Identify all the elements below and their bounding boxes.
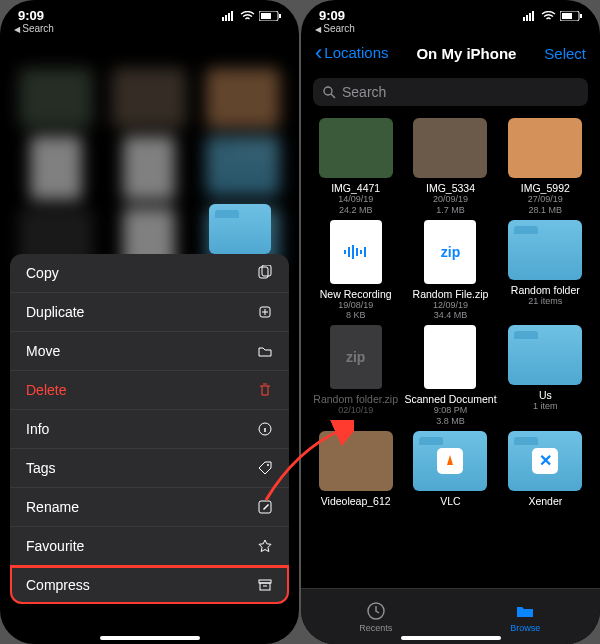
status-bar: 9:09 bbox=[301, 0, 600, 25]
clock-icon bbox=[366, 601, 386, 621]
file-thumb bbox=[508, 118, 582, 178]
svg-rect-6 bbox=[279, 14, 281, 18]
file-name: Xender bbox=[503, 495, 588, 507]
file-thumb bbox=[508, 325, 582, 385]
svg-point-22 bbox=[324, 87, 332, 95]
search-placeholder: Search bbox=[342, 84, 386, 100]
file-thumb bbox=[413, 431, 487, 491]
file-item[interactable]: IMG_533420/09/191.7 MB bbox=[404, 118, 496, 216]
edit-icon bbox=[257, 499, 273, 515]
phone-left: 9:09 Search Copy Duplicate Move Delete I… bbox=[0, 0, 299, 644]
file-meta: 14/09/1924.2 MB bbox=[313, 194, 398, 216]
file-thumb bbox=[508, 220, 582, 280]
file-item[interactable]: Scanned Document9:08 PM3.8 MB bbox=[404, 325, 496, 427]
nav-title: On My iPhone bbox=[416, 45, 516, 62]
svg-rect-24 bbox=[348, 247, 350, 257]
trash-icon bbox=[257, 382, 273, 398]
status-time: 9:09 bbox=[319, 8, 345, 23]
file-item[interactable]: Us1 item bbox=[503, 325, 588, 427]
folder-icon bbox=[515, 601, 535, 621]
file-name: Scanned Document bbox=[404, 393, 496, 405]
file-name: Videoleap_612 bbox=[313, 495, 398, 507]
phone-right: 9:09 Search Locations On My iPhone Selec… bbox=[301, 0, 600, 644]
wifi-icon bbox=[240, 11, 255, 21]
menu-favourite[interactable]: Favourite bbox=[10, 527, 289, 566]
svg-rect-27 bbox=[360, 250, 362, 254]
info-icon bbox=[257, 421, 273, 437]
file-thumb bbox=[413, 118, 487, 178]
nav-bar: Locations On My iPhone Select bbox=[301, 34, 600, 72]
svg-rect-26 bbox=[356, 248, 358, 256]
svg-rect-28 bbox=[364, 247, 366, 257]
file-meta: 1 item bbox=[503, 401, 588, 412]
menu-duplicate[interactable]: Duplicate bbox=[10, 293, 289, 332]
file-name: IMG_4471 bbox=[313, 182, 398, 194]
menu-delete[interactable]: Delete bbox=[10, 371, 289, 410]
nav-back[interactable]: Locations bbox=[315, 40, 389, 66]
file-meta: 20/09/191.7 MB bbox=[404, 194, 496, 216]
menu-rename[interactable]: Rename bbox=[10, 488, 289, 527]
file-thumb bbox=[330, 220, 382, 284]
status-icons bbox=[523, 11, 582, 21]
file-name: IMG_5334 bbox=[404, 182, 496, 194]
file-name: VLC bbox=[404, 495, 496, 507]
file-meta: 02/10/19 bbox=[313, 405, 398, 416]
svg-rect-20 bbox=[562, 13, 572, 19]
folder-icon bbox=[257, 343, 273, 359]
file-thumb: zip bbox=[330, 325, 382, 389]
file-meta: 9:08 PM3.8 MB bbox=[404, 405, 496, 427]
file-name: Random File.zip bbox=[404, 288, 496, 300]
nav-select[interactable]: Select bbox=[544, 45, 586, 62]
status-icons bbox=[222, 11, 281, 21]
file-item[interactable]: ✕Xender bbox=[503, 431, 588, 507]
file-name: Random folder bbox=[503, 284, 588, 296]
svg-rect-21 bbox=[580, 14, 582, 18]
status-time: 9:09 bbox=[18, 8, 44, 23]
svg-rect-25 bbox=[352, 245, 354, 259]
file-item[interactable]: Random folder21 items bbox=[503, 220, 588, 322]
menu-tags[interactable]: Tags bbox=[10, 449, 289, 488]
files-grid: IMG_447114/09/1924.2 MBIMG_533420/09/191… bbox=[301, 112, 600, 513]
file-item[interactable]: New Recording19/08/198 KB bbox=[313, 220, 398, 322]
battery-icon bbox=[560, 11, 582, 21]
back-to-search[interactable]: Search bbox=[0, 23, 299, 34]
menu-info[interactable]: Info bbox=[10, 410, 289, 449]
file-thumb: zip bbox=[424, 220, 476, 284]
file-thumb: ✕ bbox=[508, 431, 582, 491]
file-item[interactable]: IMG_447114/09/1924.2 MB bbox=[313, 118, 398, 216]
home-indicator[interactable] bbox=[100, 636, 200, 640]
menu-compress[interactable]: Compress bbox=[10, 566, 289, 604]
file-item[interactable]: zipRandom File.zip12/09/1934.4 MB bbox=[404, 220, 496, 322]
svg-rect-2 bbox=[228, 13, 230, 21]
svg-rect-23 bbox=[344, 250, 346, 254]
copy-icon bbox=[257, 265, 273, 281]
search-field[interactable]: Search bbox=[313, 78, 588, 106]
back-to-search[interactable]: Search bbox=[301, 23, 600, 34]
file-item[interactable]: Videoleap_612 bbox=[313, 431, 398, 507]
file-meta: 21 items bbox=[503, 296, 588, 307]
file-item[interactable]: IMG_599227/09/1928.1 MB bbox=[503, 118, 588, 216]
duplicate-icon bbox=[257, 304, 273, 320]
svg-rect-15 bbox=[523, 17, 525, 21]
svg-rect-3 bbox=[231, 11, 233, 21]
file-meta: 12/09/1934.4 MB bbox=[404, 300, 496, 322]
search-icon bbox=[323, 86, 336, 99]
svg-rect-1 bbox=[225, 15, 227, 21]
star-icon bbox=[257, 538, 273, 554]
file-meta: 19/08/198 KB bbox=[313, 300, 398, 322]
context-menu: Copy Duplicate Move Delete Info Tags Ren… bbox=[10, 254, 289, 604]
file-name: Random folder.zip bbox=[313, 393, 398, 405]
selected-folder[interactable] bbox=[209, 204, 271, 254]
file-name: New Recording bbox=[313, 288, 398, 300]
signal-icon bbox=[222, 11, 236, 21]
status-bar: 9:09 bbox=[0, 0, 299, 25]
file-thumb bbox=[319, 431, 393, 491]
file-name: IMG_5992 bbox=[503, 182, 588, 194]
menu-move[interactable]: Move bbox=[10, 332, 289, 371]
file-item[interactable]: VLC bbox=[404, 431, 496, 507]
signal-icon bbox=[523, 11, 537, 21]
file-item[interactable]: zipRandom folder.zip02/10/19 bbox=[313, 325, 398, 427]
menu-copy[interactable]: Copy bbox=[10, 254, 289, 293]
home-indicator[interactable] bbox=[401, 636, 501, 640]
archive-icon bbox=[257, 577, 273, 593]
